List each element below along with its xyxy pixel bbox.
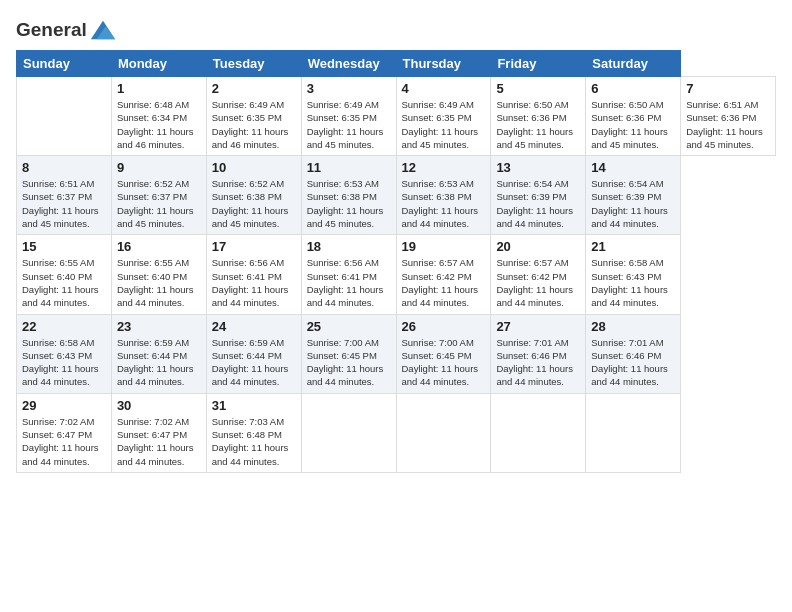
day-info: Sunrise: 7:01 AM Sunset: 6:46 PM Dayligh… bbox=[496, 336, 580, 389]
calendar-week-row: 29Sunrise: 7:02 AM Sunset: 6:47 PM Dayli… bbox=[17, 393, 776, 472]
calendar-week-row: 8Sunrise: 6:51 AM Sunset: 6:37 PM Daylig… bbox=[17, 156, 776, 235]
day-info: Sunrise: 6:57 AM Sunset: 6:42 PM Dayligh… bbox=[496, 256, 580, 309]
day-number: 7 bbox=[686, 81, 770, 96]
day-info: Sunrise: 7:03 AM Sunset: 6:48 PM Dayligh… bbox=[212, 415, 296, 468]
day-info: Sunrise: 6:56 AM Sunset: 6:41 PM Dayligh… bbox=[307, 256, 391, 309]
day-number: 15 bbox=[22, 239, 106, 254]
logo-general: General bbox=[16, 19, 87, 41]
day-number: 31 bbox=[212, 398, 296, 413]
day-info: Sunrise: 6:50 AM Sunset: 6:36 PM Dayligh… bbox=[496, 98, 580, 151]
logo: General bbox=[16, 16, 117, 40]
day-info: Sunrise: 6:58 AM Sunset: 6:43 PM Dayligh… bbox=[591, 256, 675, 309]
calendar-week-row: 22Sunrise: 6:58 AM Sunset: 6:43 PM Dayli… bbox=[17, 314, 776, 393]
day-number: 20 bbox=[496, 239, 580, 254]
calendar-cell: 28Sunrise: 7:01 AM Sunset: 6:46 PM Dayli… bbox=[586, 314, 681, 393]
day-number: 25 bbox=[307, 319, 391, 334]
calendar-cell: 30Sunrise: 7:02 AM Sunset: 6:47 PM Dayli… bbox=[111, 393, 206, 472]
day-number: 24 bbox=[212, 319, 296, 334]
day-info: Sunrise: 6:55 AM Sunset: 6:40 PM Dayligh… bbox=[22, 256, 106, 309]
day-number: 6 bbox=[591, 81, 675, 96]
day-info: Sunrise: 6:56 AM Sunset: 6:41 PM Dayligh… bbox=[212, 256, 296, 309]
day-info: Sunrise: 6:48 AM Sunset: 6:34 PM Dayligh… bbox=[117, 98, 201, 151]
day-info: Sunrise: 6:49 AM Sunset: 6:35 PM Dayligh… bbox=[402, 98, 486, 151]
calendar-cell bbox=[301, 393, 396, 472]
day-info: Sunrise: 6:59 AM Sunset: 6:44 PM Dayligh… bbox=[212, 336, 296, 389]
calendar-cell: 16Sunrise: 6:55 AM Sunset: 6:40 PM Dayli… bbox=[111, 235, 206, 314]
day-number: 17 bbox=[212, 239, 296, 254]
calendar-cell: 20Sunrise: 6:57 AM Sunset: 6:42 PM Dayli… bbox=[491, 235, 586, 314]
calendar-cell: 6Sunrise: 6:50 AM Sunset: 6:36 PM Daylig… bbox=[586, 77, 681, 156]
calendar-week-row: 1Sunrise: 6:48 AM Sunset: 6:34 PM Daylig… bbox=[17, 77, 776, 156]
day-info: Sunrise: 7:01 AM Sunset: 6:46 PM Dayligh… bbox=[591, 336, 675, 389]
day-info: Sunrise: 6:49 AM Sunset: 6:35 PM Dayligh… bbox=[307, 98, 391, 151]
calendar-cell: 31Sunrise: 7:03 AM Sunset: 6:48 PM Dayli… bbox=[206, 393, 301, 472]
calendar-cell: 8Sunrise: 6:51 AM Sunset: 6:37 PM Daylig… bbox=[17, 156, 112, 235]
day-info: Sunrise: 6:54 AM Sunset: 6:39 PM Dayligh… bbox=[496, 177, 580, 230]
day-header-saturday: Saturday bbox=[586, 51, 681, 77]
calendar-cell bbox=[396, 393, 491, 472]
day-header-wednesday: Wednesday bbox=[301, 51, 396, 77]
calendar-cell: 5Sunrise: 6:50 AM Sunset: 6:36 PM Daylig… bbox=[491, 77, 586, 156]
day-info: Sunrise: 7:00 AM Sunset: 6:45 PM Dayligh… bbox=[307, 336, 391, 389]
day-number: 22 bbox=[22, 319, 106, 334]
calendar-cell: 11Sunrise: 6:53 AM Sunset: 6:38 PM Dayli… bbox=[301, 156, 396, 235]
calendar-cell: 15Sunrise: 6:55 AM Sunset: 6:40 PM Dayli… bbox=[17, 235, 112, 314]
calendar-cell: 10Sunrise: 6:52 AM Sunset: 6:38 PM Dayli… bbox=[206, 156, 301, 235]
calendar-cell: 26Sunrise: 7:00 AM Sunset: 6:45 PM Dayli… bbox=[396, 314, 491, 393]
day-info: Sunrise: 7:02 AM Sunset: 6:47 PM Dayligh… bbox=[117, 415, 201, 468]
calendar-cell: 27Sunrise: 7:01 AM Sunset: 6:46 PM Dayli… bbox=[491, 314, 586, 393]
day-number: 13 bbox=[496, 160, 580, 175]
day-number: 27 bbox=[496, 319, 580, 334]
day-info: Sunrise: 6:52 AM Sunset: 6:38 PM Dayligh… bbox=[212, 177, 296, 230]
calendar-cell bbox=[17, 77, 112, 156]
day-info: Sunrise: 6:59 AM Sunset: 6:44 PM Dayligh… bbox=[117, 336, 201, 389]
logo-icon bbox=[89, 16, 117, 44]
calendar-cell bbox=[491, 393, 586, 472]
day-info: Sunrise: 6:51 AM Sunset: 6:37 PM Dayligh… bbox=[22, 177, 106, 230]
day-info: Sunrise: 6:58 AM Sunset: 6:43 PM Dayligh… bbox=[22, 336, 106, 389]
day-number: 26 bbox=[402, 319, 486, 334]
day-info: Sunrise: 7:00 AM Sunset: 6:45 PM Dayligh… bbox=[402, 336, 486, 389]
calendar-cell bbox=[586, 393, 681, 472]
day-number: 14 bbox=[591, 160, 675, 175]
day-header-thursday: Thursday bbox=[396, 51, 491, 77]
calendar-cell: 24Sunrise: 6:59 AM Sunset: 6:44 PM Dayli… bbox=[206, 314, 301, 393]
day-info: Sunrise: 6:52 AM Sunset: 6:37 PM Dayligh… bbox=[117, 177, 201, 230]
day-info: Sunrise: 7:02 AM Sunset: 6:47 PM Dayligh… bbox=[22, 415, 106, 468]
calendar-cell: 1Sunrise: 6:48 AM Sunset: 6:34 PM Daylig… bbox=[111, 77, 206, 156]
calendar-table: SundayMondayTuesdayWednesdayThursdayFrid… bbox=[16, 50, 776, 473]
day-number: 5 bbox=[496, 81, 580, 96]
day-number: 10 bbox=[212, 160, 296, 175]
day-header-monday: Monday bbox=[111, 51, 206, 77]
calendar-cell: 18Sunrise: 6:56 AM Sunset: 6:41 PM Dayli… bbox=[301, 235, 396, 314]
day-info: Sunrise: 6:55 AM Sunset: 6:40 PM Dayligh… bbox=[117, 256, 201, 309]
calendar-cell: 12Sunrise: 6:53 AM Sunset: 6:38 PM Dayli… bbox=[396, 156, 491, 235]
day-info: Sunrise: 6:50 AM Sunset: 6:36 PM Dayligh… bbox=[591, 98, 675, 151]
day-info: Sunrise: 6:49 AM Sunset: 6:35 PM Dayligh… bbox=[212, 98, 296, 151]
calendar-cell: 9Sunrise: 6:52 AM Sunset: 6:37 PM Daylig… bbox=[111, 156, 206, 235]
calendar-cell: 7Sunrise: 6:51 AM Sunset: 6:36 PM Daylig… bbox=[681, 77, 776, 156]
calendar-cell: 21Sunrise: 6:58 AM Sunset: 6:43 PM Dayli… bbox=[586, 235, 681, 314]
calendar-cell: 4Sunrise: 6:49 AM Sunset: 6:35 PM Daylig… bbox=[396, 77, 491, 156]
day-number: 3 bbox=[307, 81, 391, 96]
calendar-cell: 17Sunrise: 6:56 AM Sunset: 6:41 PM Dayli… bbox=[206, 235, 301, 314]
calendar-cell: 2Sunrise: 6:49 AM Sunset: 6:35 PM Daylig… bbox=[206, 77, 301, 156]
day-number: 23 bbox=[117, 319, 201, 334]
day-number: 11 bbox=[307, 160, 391, 175]
day-number: 8 bbox=[22, 160, 106, 175]
day-number: 18 bbox=[307, 239, 391, 254]
day-number: 2 bbox=[212, 81, 296, 96]
calendar-header-row: SundayMondayTuesdayWednesdayThursdayFrid… bbox=[17, 51, 776, 77]
day-number: 21 bbox=[591, 239, 675, 254]
day-number: 9 bbox=[117, 160, 201, 175]
calendar-cell: 13Sunrise: 6:54 AM Sunset: 6:39 PM Dayli… bbox=[491, 156, 586, 235]
calendar-cell: 3Sunrise: 6:49 AM Sunset: 6:35 PM Daylig… bbox=[301, 77, 396, 156]
day-info: Sunrise: 6:54 AM Sunset: 6:39 PM Dayligh… bbox=[591, 177, 675, 230]
day-number: 19 bbox=[402, 239, 486, 254]
day-info: Sunrise: 6:57 AM Sunset: 6:42 PM Dayligh… bbox=[402, 256, 486, 309]
calendar-cell: 14Sunrise: 6:54 AM Sunset: 6:39 PM Dayli… bbox=[586, 156, 681, 235]
day-info: Sunrise: 6:51 AM Sunset: 6:36 PM Dayligh… bbox=[686, 98, 770, 151]
day-number: 28 bbox=[591, 319, 675, 334]
day-number: 16 bbox=[117, 239, 201, 254]
day-number: 29 bbox=[22, 398, 106, 413]
